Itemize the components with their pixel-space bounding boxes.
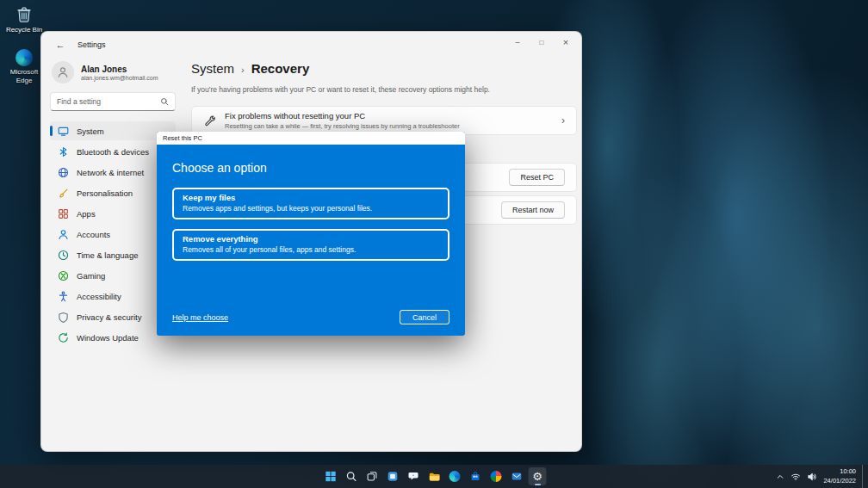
start-icon[interactable] (322, 467, 340, 485)
account-block[interactable]: Alan Jones alan.jones.wm@hotmail.com (50, 59, 176, 92)
show-desktop-button[interactable] (862, 465, 865, 488)
task-view-icon[interactable] (363, 467, 381, 485)
clock[interactable]: 10:00 24/01/2022 (823, 467, 856, 485)
troubleshoot-wrench-icon (203, 114, 215, 127)
volume-icon[interactable] (807, 472, 817, 482)
recycle-bin-icon (15, 4, 34, 24)
close-icon[interactable] (554, 34, 578, 51)
breadcrumb-system[interactable]: System (191, 61, 234, 76)
photos-icon[interactable] (487, 467, 505, 485)
sidebar-item-label: Apps (77, 209, 96, 219)
user-email: alan.jones.wm@hotmail.com (81, 75, 158, 81)
sidebar-item-label: Bluetooth & devices (77, 147, 149, 157)
sidebar-item-label: Accessibility (77, 292, 121, 301)
minimize-icon[interactable] (505, 34, 530, 51)
sidebar-item-label: Personalisation (77, 188, 133, 198)
sidebar-item-label: Gaming (77, 271, 105, 281)
option-description: Removes all of your personal files, apps… (183, 245, 439, 254)
brush-icon (57, 187, 69, 199)
dialog-heading: Choose an option (172, 161, 450, 175)
desktop-icon-microsoft-edge[interactable]: Microsoft Edge (3, 49, 45, 84)
restart-now-button[interactable]: Restart now (501, 201, 565, 219)
apps-grid-icon (57, 207, 69, 219)
page-intro: If you're having problems with your PC o… (191, 85, 571, 94)
search-box[interactable] (50, 92, 176, 111)
clock-time: 10:00 (823, 467, 856, 476)
widgets-icon[interactable] (384, 467, 402, 485)
sidebar-item-label: System (77, 127, 104, 136)
xbox-icon (57, 269, 69, 281)
breadcrumb: System Recovery (191, 61, 571, 76)
troubleshooter-title: Fix problems without resetting your PC (225, 111, 460, 120)
sidebar-item-label: Time & language (77, 250, 138, 260)
bluetooth-icon (57, 145, 69, 158)
search-icon (160, 97, 169, 106)
sidebar-item-label: Windows Update (77, 333, 139, 343)
dialog-title: Reset this PC (163, 134, 202, 142)
reset-pc-button[interactable]: Reset PC (509, 169, 565, 186)
globe-icon (57, 166, 69, 178)
desktop-icon-recycle-bin[interactable]: Recycle Bin (3, 4, 45, 34)
shield-icon (57, 311, 69, 323)
option-title: Keep my files (183, 193, 439, 203)
user-name: Alan Jones (81, 65, 158, 74)
option-title: Remove everything (183, 234, 439, 244)
wifi-icon[interactable] (790, 472, 801, 482)
chevron-up-icon[interactable] (776, 473, 784, 481)
settings-icon[interactable] (529, 467, 547, 485)
dialog-body: Choose an option Keep my files Removes a… (157, 145, 465, 336)
cancel-button[interactable]: Cancel (400, 310, 450, 324)
store-icon[interactable] (467, 467, 485, 485)
edge-icon (450, 471, 461, 482)
help-me-choose-link[interactable]: Help me choose (172, 313, 228, 322)
dialog-footer: Help me choose Cancel (172, 310, 450, 324)
photos-icon (491, 471, 502, 482)
file-explorer-icon[interactable] (425, 467, 443, 485)
chevron-right-icon (561, 114, 565, 127)
window-caption-buttons (505, 34, 578, 51)
display-icon (57, 125, 69, 137)
sidebar-item-label: Privacy & security (77, 312, 142, 322)
clock-icon (57, 249, 69, 261)
window-titlebar: Settings (41, 32, 581, 58)
option-description: Removes apps and settings, but keeps you… (183, 204, 439, 213)
edge-icon[interactable] (446, 467, 464, 485)
maximize-icon[interactable] (530, 34, 554, 51)
remove-everything-option[interactable]: Remove everything Removes all of your pe… (172, 229, 450, 261)
chevron-right-icon (241, 65, 245, 75)
avatar (52, 61, 74, 83)
mail-icon[interactable] (508, 467, 526, 485)
desktop: { "desktop": { "icons": [ { "label": "Re… (0, 0, 868, 488)
desktop-icon-label: Recycle Bin (6, 26, 42, 34)
search-input[interactable] (57, 97, 160, 106)
page-title: Recovery (251, 61, 310, 76)
accessibility-icon (57, 290, 69, 302)
back-button[interactable] (53, 38, 67, 52)
dialog-titlebar: Reset this PC (157, 132, 465, 145)
taskbar-center-icons (322, 467, 547, 485)
search-icon[interactable] (343, 467, 361, 485)
chat-icon[interactable] (405, 467, 423, 485)
person-icon (57, 228, 69, 240)
troubleshooter-subtitle: Resetting can take a while — first, try … (225, 122, 460, 130)
reset-this-pc-dialog: Reset this PC Choose an option Keep my f… (157, 132, 465, 336)
taskbar: 10:00 24/01/2022 (0, 465, 868, 488)
clock-date: 24/01/2022 (823, 477, 856, 485)
window-title: Settings (78, 40, 106, 49)
sidebar-item-label: Accounts (77, 230, 110, 239)
desktop-icon-label: Microsoft Edge (3, 68, 45, 84)
sidebar-item-label: Network & internet (77, 168, 144, 177)
update-icon (57, 331, 69, 343)
edge-icon (16, 49, 33, 66)
system-tray: 10:00 24/01/2022 (776, 465, 865, 488)
troubleshooter-card[interactable]: Fix problems without resetting your PC R… (191, 106, 577, 135)
keep-my-files-option[interactable]: Keep my files Removes apps and settings,… (172, 188, 450, 219)
